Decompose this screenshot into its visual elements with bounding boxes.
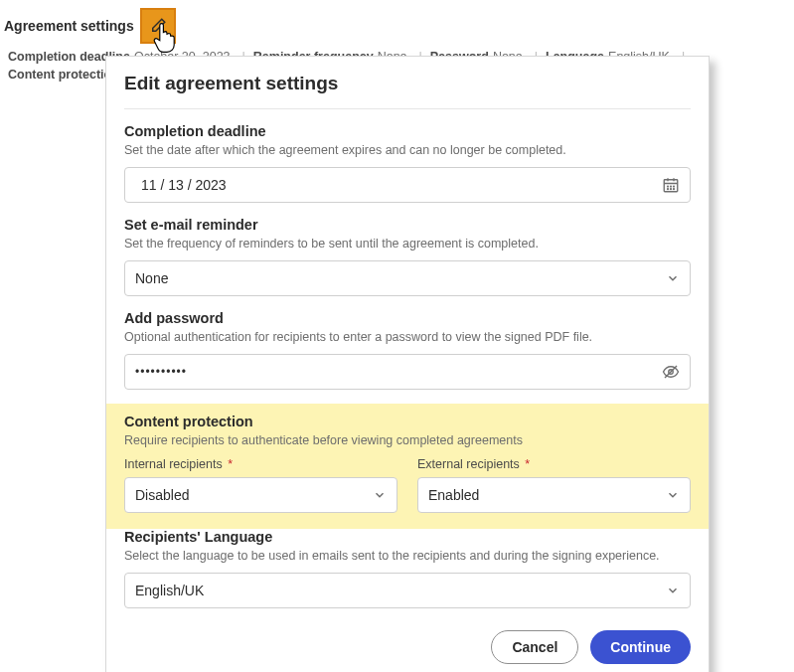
password-sub: Optional authentication for recipients t… [124, 330, 691, 344]
dialog-title: Edit agreement settings [124, 73, 691, 109]
recipients-language-value: English/UK [135, 583, 666, 598]
internal-recipients-select[interactable]: Disabled [124, 477, 397, 513]
recipients-language-sub: Select the language to be used in emails… [124, 549, 691, 563]
password-title: Add password [124, 310, 691, 326]
content-protection-title: Content protection [124, 414, 691, 429]
cancel-button[interactable]: Cancel [491, 630, 578, 664]
internal-recipients-col: Internal recipients * Disabled [124, 457, 397, 513]
svg-point-4 [668, 189, 669, 190]
chevron-down-icon [666, 488, 680, 502]
completion-deadline-input[interactable]: 11 / 13 / 2023 [124, 167, 691, 203]
completion-deadline-title: Completion deadline [124, 123, 691, 139]
svg-point-6 [674, 189, 675, 190]
dialog-button-row: Cancel Continue [124, 630, 691, 664]
content-protection-sub: Require recipients to authenticate befor… [124, 433, 691, 447]
chevron-down-icon [373, 488, 387, 502]
recipients-language-title: Recipients' Language [124, 529, 691, 545]
calendar-icon[interactable] [662, 176, 680, 194]
edit-agreement-settings-dialog: Edit agreement settings Completion deadl… [105, 56, 710, 672]
reminder-select-value: None [135, 270, 666, 286]
date-value: 11 / 13 / 2023 [141, 177, 227, 193]
required-mark: * [525, 457, 530, 471]
svg-point-5 [671, 189, 672, 190]
pencil-icon [149, 17, 167, 35]
completion-deadline-section: Completion deadline Set the date after w… [124, 123, 691, 203]
page-title: Agreement settings [4, 18, 134, 34]
content-protection-section: Content protection Require recipients to… [106, 404, 709, 529]
password-masked-value: •••••••••• [135, 365, 187, 379]
continue-button[interactable]: Continue [590, 630, 691, 664]
password-section: Add password Optional authentication for… [124, 310, 691, 390]
external-recipients-col: External recipients * Enabled [417, 457, 691, 513]
svg-point-1 [668, 186, 669, 187]
email-reminder-sub: Set the frequency of reminders to be sen… [124, 237, 691, 251]
reminder-frequency-select[interactable]: None [124, 260, 691, 296]
external-recipients-value: Enabled [428, 487, 666, 503]
email-reminder-section: Set e-mail reminder Set the frequency of… [124, 217, 691, 296]
chevron-down-icon [666, 584, 680, 597]
edit-settings-button[interactable] [140, 8, 176, 44]
required-mark: * [228, 457, 233, 471]
svg-point-3 [674, 186, 675, 187]
internal-recipients-label: Internal recipients [124, 457, 223, 471]
password-input[interactable]: •••••••••• [124, 354, 691, 390]
email-reminder-title: Set e-mail reminder [124, 217, 691, 233]
recipients-language-section: Recipients' Language Select the language… [124, 529, 691, 608]
external-recipients-label: External recipients [417, 457, 520, 471]
chevron-down-icon [666, 271, 680, 285]
internal-recipients-value: Disabled [135, 487, 373, 503]
completion-deadline-sub: Set the date after which the agreement e… [124, 143, 691, 157]
external-recipients-select[interactable]: Enabled [417, 477, 691, 513]
recipients-language-select[interactable]: English/UK [124, 573, 691, 608]
svg-point-2 [671, 186, 672, 187]
visibility-off-icon[interactable] [662, 363, 680, 381]
summary-protection-label: Content protection [8, 68, 119, 82]
